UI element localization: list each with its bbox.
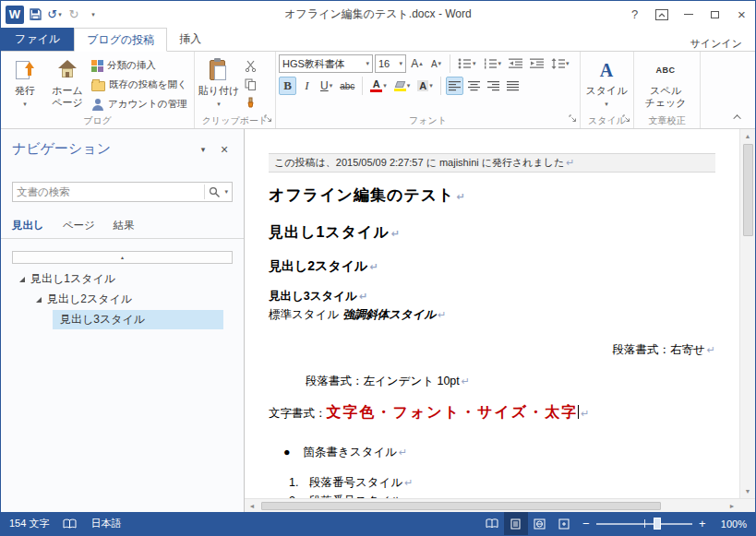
font-color-button[interactable]: A ▾ <box>367 77 390 95</box>
doc-right-aligned-paragraph[interactable]: 段落書式：右寄せ↵ <box>269 342 715 358</box>
redo-button[interactable]: ↻ <box>66 6 82 24</box>
bullets-button[interactable]: ▾ <box>455 54 479 73</box>
copy-button[interactable] <box>242 77 258 92</box>
zoom-percentage[interactable]: 100% <box>713 512 755 535</box>
align-left-button[interactable] <box>446 77 463 95</box>
bullets-dropdown-icon[interactable]: ▾ <box>473 60 476 67</box>
nav-heading-item-2[interactable]: 見出し2スタイル <box>12 290 233 309</box>
numbering-dropdown-icon[interactable]: ▾ <box>498 60 502 67</box>
scroll-down-arrow[interactable]: ▼ <box>740 484 755 498</box>
tab-file[interactable]: ファイル <box>1 27 74 51</box>
search-icon[interactable] <box>209 186 221 198</box>
doc-char-format-paragraph[interactable]: 文字書式：文字色・フォント・サイズ・太字↵ <box>269 403 715 423</box>
text-highlight-dropdown-icon[interactable]: ▾ <box>407 82 411 89</box>
strikethrough-button[interactable]: abc <box>337 77 357 95</box>
character-shading-dropdown-icon[interactable]: ▾ <box>429 82 433 89</box>
scroll-up-arrow[interactable]: ▲ <box>740 129 755 143</box>
doc-indented-paragraph[interactable]: 段落書式：左インデント 10pt↵ <box>269 374 715 389</box>
undo-button[interactable]: ↺▾ <box>46 6 63 24</box>
zoom-to-fit-button[interactable] <box>552 512 576 535</box>
search-input[interactable] <box>17 186 200 197</box>
doc-heading1[interactable]: 見出し1スタイル↵ <box>269 223 715 243</box>
spell-check-button[interactable]: ABC スペル チェック <box>637 54 694 114</box>
expand-collapse-icon[interactable] <box>36 297 42 303</box>
open-existing-post-button[interactable]: 既存の投稿を開く <box>89 76 190 94</box>
font-size-select[interactable]: 16 ▾ <box>375 54 406 73</box>
minimize-button[interactable] <box>675 1 702 28</box>
align-center-button[interactable] <box>465 77 483 95</box>
print-layout-button[interactable] <box>504 512 528 535</box>
scroll-right-arrow[interactable]: ► <box>725 499 739 512</box>
word-count-status[interactable]: 154 文字 <box>1 512 57 535</box>
document-canvas[interactable]: この投稿は、2015/05/09 2:27:57 に majishini に発行… <box>245 129 739 498</box>
horizontal-scroll-track[interactable] <box>259 502 725 510</box>
save-button[interactable] <box>27 6 43 24</box>
font-name-dropdown-icon[interactable]: ▾ <box>366 60 369 67</box>
undo-dropdown-icon[interactable]: ▾ <box>58 11 62 18</box>
tab-insert[interactable]: 挿入 <box>167 28 213 51</box>
search-dropdown-icon[interactable]: ▾ <box>224 188 228 196</box>
styles-button[interactable]: A スタイル ▾ <box>583 54 630 114</box>
vertical-scrollbar[interactable]: ▲ ▼ <box>739 129 755 498</box>
qat-customize-button[interactable]: ▾ <box>85 6 102 24</box>
read-mode-button[interactable] <box>480 512 504 535</box>
line-spacing-dropdown-icon[interactable]: ▾ <box>566 60 570 67</box>
vertical-scroll-thumb[interactable] <box>743 144 753 236</box>
manage-accounts-button[interactable]: アカウントの管理 <box>89 95 190 113</box>
italic-button[interactable]: I <box>298 77 316 95</box>
doc-normal-paragraph[interactable]: 標準スタイル強調斜体スタイル↵ <box>269 307 715 323</box>
doc-heading3[interactable]: 見出し3スタイル↵ <box>269 289 715 304</box>
proofing-status-button[interactable] <box>57 512 82 535</box>
horizontal-scroll-thumb[interactable] <box>261 502 661 510</box>
styles-dialog-launcher[interactable] <box>622 110 630 126</box>
pane-close-button[interactable]: × <box>216 142 233 157</box>
pane-options-button[interactable]: ▾ <box>196 145 210 154</box>
underline-dropdown-icon[interactable]: ▾ <box>330 82 333 89</box>
nav-heading-item-1[interactable]: 見出し1スタイル <box>12 269 233 289</box>
doc-heading2[interactable]: 見出し2スタイル↵ <box>269 258 715 275</box>
scroll-left-arrow[interactable]: ◄ <box>245 499 259 512</box>
grow-font-button[interactable]: A▴ <box>408 54 426 73</box>
nav-scroll-up-button[interactable]: ▴ <box>12 251 233 264</box>
nav-tab-pages[interactable]: ページ <box>63 219 95 232</box>
cut-button[interactable] <box>242 58 258 74</box>
text-highlight-button[interactable]: ▾ <box>391 77 414 95</box>
bold-button[interactable]: B <box>279 77 296 95</box>
doc-post-title[interactable]: オフライン編集のテスト↵ <box>269 185 715 206</box>
nav-heading-item-3-selected[interactable]: 見出し3スタイル <box>53 310 223 329</box>
zoom-in-button[interactable]: + <box>692 512 713 535</box>
font-size-dropdown-icon[interactable]: ▾ <box>399 60 402 67</box>
clipboard-dialog-launcher[interactable] <box>264 110 272 126</box>
zoom-out-button[interactable]: − <box>576 512 596 535</box>
zoom-slider[interactable] <box>596 512 692 535</box>
font-name-select[interactable]: HGS教科書体 ▾ <box>279 54 373 73</box>
decrease-indent-button[interactable] <box>506 54 525 73</box>
horizontal-scrollbar[interactable]: ◄ ► <box>245 498 755 512</box>
expand-collapse-icon[interactable] <box>19 277 25 282</box>
collapse-ribbon-button[interactable] <box>731 111 746 124</box>
font-color-dropdown-icon[interactable]: ▾ <box>383 82 387 89</box>
ribbon-display-options-button[interactable] <box>648 1 675 28</box>
close-button[interactable]: × <box>728 1 755 28</box>
word-app-icon[interactable]: W <box>6 6 24 24</box>
publish-button[interactable]: 発行 ▾ <box>4 54 46 114</box>
zoom-slider-thumb[interactable] <box>654 518 661 530</box>
web-layout-button[interactable] <box>528 512 552 535</box>
homepage-button[interactable]: ホーム ページ <box>46 54 89 114</box>
shrink-font-button[interactable]: A▾ <box>427 54 445 73</box>
align-right-button[interactable] <box>485 77 502 95</box>
doc-bullet-item[interactable]: ●箇条書きスタイル↵ <box>269 445 715 460</box>
doc-numbered-item-1[interactable]: 1.段落番号スタイル↵ <box>289 475 715 491</box>
document-search-box[interactable]: ▾ <box>12 182 233 202</box>
doc-numbered-list[interactable]: 1.段落番号スタイル↵ 2.段落番号スタイル↵ <box>269 475 715 498</box>
tab-blog-post[interactable]: ブログの投稿 <box>74 28 167 52</box>
language-status[interactable]: 日本語 <box>82 512 129 535</box>
help-button[interactable]: ? <box>621 1 648 28</box>
nav-tab-results[interactable]: 結果 <box>114 219 135 232</box>
insert-category-button[interactable]: 分類の挿入 <box>89 56 190 75</box>
maximize-button[interactable] <box>702 1 728 28</box>
increase-indent-button[interactable] <box>527 54 546 73</box>
character-shading-button[interactable]: A ▾ <box>414 77 435 95</box>
justify-button[interactable] <box>504 77 522 95</box>
nav-tab-headings[interactable]: 見出し <box>12 219 44 232</box>
